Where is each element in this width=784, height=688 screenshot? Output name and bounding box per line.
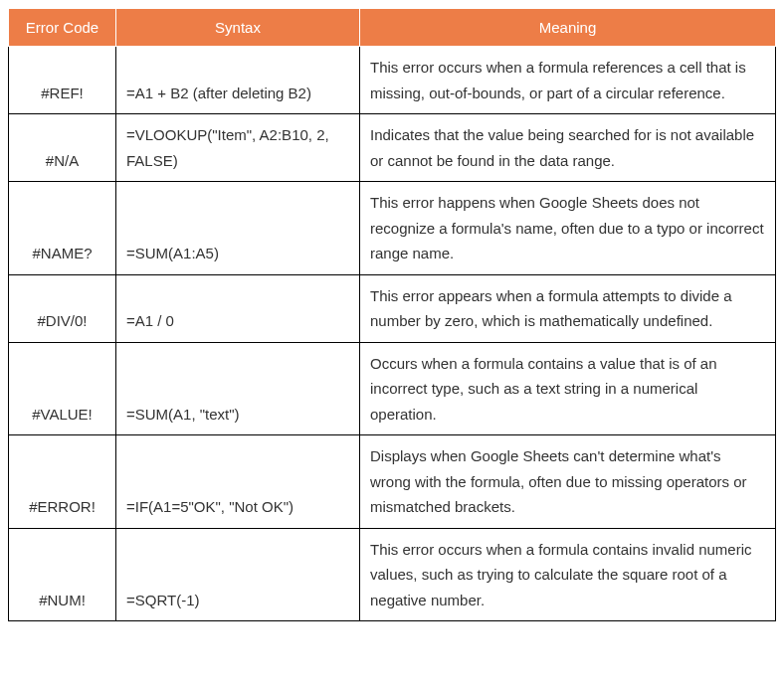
cell-meaning: This error occurs when a formula contain… xyxy=(360,528,776,621)
cell-meaning: Displays when Google Sheets can't determ… xyxy=(360,435,776,529)
cell-syntax: =VLOOKUP("Item", A2:B10, 2, FALSE) xyxy=(116,114,360,182)
table-header-row: Error Code Syntax Meaning xyxy=(9,9,776,47)
cell-error-code: #VALUE! xyxy=(9,342,116,435)
table-row: #ERROR! =IF(A1=5"OK", "Not OK") Displays… xyxy=(9,435,776,529)
error-codes-table: Error Code Syntax Meaning #REF! =A1 + B2… xyxy=(8,8,776,621)
header-syntax: Syntax xyxy=(116,9,360,47)
cell-error-code: #N/A xyxy=(9,114,116,182)
table-row: #DIV/0! =A1 / 0 This error appears when … xyxy=(9,274,776,342)
cell-syntax: =SQRT(-1) xyxy=(116,528,360,621)
cell-syntax: =A1 + B2 (after deleting B2) xyxy=(116,47,360,114)
cell-meaning: This error occurs when a formula referen… xyxy=(360,47,776,114)
cell-meaning: Occurs when a formula contains a value t… xyxy=(360,342,776,435)
cell-syntax: =SUM(A1, "text") xyxy=(116,342,360,435)
table-row: #NAME? =SUM(A1:A5) This error happens wh… xyxy=(9,182,776,275)
header-error-code: Error Code xyxy=(9,9,116,47)
cell-meaning: This error appears when a formula attemp… xyxy=(360,274,776,342)
cell-error-code: #NUM! xyxy=(9,528,116,621)
cell-meaning: This error happens when Google Sheets do… xyxy=(360,182,776,275)
table-row: #NUM! =SQRT(-1) This error occurs when a… xyxy=(9,528,776,621)
cell-syntax: =SUM(A1:A5) xyxy=(116,182,360,275)
cell-syntax: =IF(A1=5"OK", "Not OK") xyxy=(116,435,360,529)
cell-syntax: =A1 / 0 xyxy=(116,274,360,342)
header-meaning: Meaning xyxy=(360,9,776,47)
table-row: #VALUE! =SUM(A1, "text") Occurs when a f… xyxy=(9,342,776,435)
cell-error-code: #ERROR! xyxy=(9,435,116,529)
cell-error-code: #DIV/0! xyxy=(9,274,116,342)
cell-error-code: #NAME? xyxy=(9,182,116,275)
table-row: #N/A =VLOOKUP("Item", A2:B10, 2, FALSE) … xyxy=(9,114,776,182)
table-row: #REF! =A1 + B2 (after deleting B2) This … xyxy=(9,47,776,114)
cell-error-code: #REF! xyxy=(9,47,116,114)
cell-meaning: Indicates that the value being searched … xyxy=(360,114,776,182)
